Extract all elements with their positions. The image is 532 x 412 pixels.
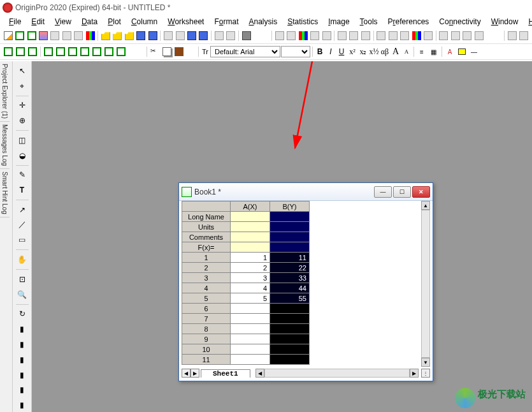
cell-b-8[interactable] <box>270 324 310 334</box>
column-header-b[interactable]: B(Y) <box>270 202 310 212</box>
cell-a-1[interactable]: 1 <box>231 253 270 263</box>
font-size-select[interactable] <box>281 46 310 57</box>
open-template-button[interactable] <box>112 30 123 41</box>
cell-a-4[interactable]: 4 <box>231 283 270 293</box>
menu-tools[interactable]: Tools <box>355 16 383 27</box>
sort-btn-3[interactable] <box>67 46 78 57</box>
new-fn-button[interactable] <box>85 30 96 41</box>
scroll-track[interactable] <box>421 210 430 358</box>
menu-preferences[interactable]: Preferences <box>383 16 435 27</box>
code-button[interactable] <box>399 30 410 41</box>
menu-file[interactable]: File <box>4 16 26 27</box>
save-template-button[interactable] <box>147 30 158 41</box>
draw-tool[interactable]: ✎ <box>15 168 29 182</box>
menu-statistics[interactable]: Statistics <box>282 16 323 27</box>
new-graph-button[interactable] <box>38 30 48 41</box>
row-head-9[interactable]: 9 <box>182 334 231 344</box>
cell-b-4[interactable]: 44 <box>270 283 310 293</box>
vertical-scrollbar[interactable]: ▲ ▼ <box>421 201 430 367</box>
data-reader-tool[interactable]: ⊕ <box>15 114 29 128</box>
cut-button[interactable]: ✂ <box>149 46 161 57</box>
rowcol-btn-3[interactable] <box>27 46 38 57</box>
print-button[interactable] <box>241 30 252 41</box>
sort-btn-5[interactable] <box>91 46 103 57</box>
menu-image[interactable]: Image <box>323 16 354 27</box>
import-wizard-button[interactable] <box>175 30 185 41</box>
minimize-button[interactable]: — <box>374 186 392 198</box>
more-button[interactable] <box>473 30 484 41</box>
text-tool[interactable]: T <box>15 183 29 197</box>
open-excel-button[interactable] <box>124 30 134 41</box>
new-workbook-button[interactable] <box>14 30 25 41</box>
duplicate-button[interactable] <box>286 30 297 41</box>
paste-button[interactable] <box>173 46 185 57</box>
cell-a-11[interactable] <box>231 355 270 365</box>
rotate-tool[interactable]: ↻ <box>15 307 29 321</box>
row-head-4[interactable]: 4 <box>182 283 231 293</box>
workbook-titlebar[interactable]: Book1 * — ☐ ✕ <box>179 183 433 201</box>
misc-tool-3[interactable]: ▮ <box>15 353 29 367</box>
new-color-button[interactable] <box>298 30 308 41</box>
row-head-8[interactable]: 8 <box>182 324 231 334</box>
font-big-button[interactable]: A <box>391 47 401 57</box>
meta-b-1[interactable] <box>270 222 310 232</box>
hscroll-left[interactable]: ◀ <box>255 369 264 378</box>
sheet-options-button[interactable]: ⋮ <box>421 369 430 378</box>
rowcol-btn-1[interactable] <box>3 46 14 57</box>
scroll-up-button[interactable]: ▲ <box>421 201 430 210</box>
rect-tool[interactable]: ▭ <box>15 233 29 247</box>
row-head-11[interactable]: 11 <box>182 355 231 365</box>
rowcol-btn-2[interactable] <box>15 46 26 57</box>
new-notes-button[interactable] <box>73 30 84 41</box>
slide-button[interactable] <box>310 30 320 41</box>
arrow-tool[interactable]: ↗ <box>15 203 29 217</box>
cell-b-2[interactable]: 22 <box>270 263 310 273</box>
horizontal-scrollbar[interactable]: ◀ ▶ <box>255 369 419 378</box>
cell-b-1[interactable]: 11 <box>270 253 310 263</box>
db-button[interactable] <box>422 30 433 41</box>
cell-a-9[interactable] <box>231 334 270 344</box>
underline-button[interactable]: U <box>336 47 347 57</box>
greek-button[interactable]: αβ <box>380 47 390 57</box>
row-head-3[interactable]: 3 <box>182 273 231 283</box>
import-button[interactable] <box>162 30 173 41</box>
misc-tool-1[interactable]: ▮ <box>15 322 29 336</box>
row-head-2[interactable]: 2 <box>182 263 231 273</box>
meta-b-2[interactable] <box>270 232 310 242</box>
reimport-button[interactable] <box>198 30 209 41</box>
sort-desc-button[interactable] <box>55 46 66 57</box>
supersub-button[interactable]: x½ <box>369 47 379 57</box>
mdi-workspace[interactable]: Book1 * — ☐ ✕ A(X)B(Y)Long NameUnitsComm… <box>32 61 532 412</box>
row-head-7[interactable]: 7 <box>182 314 231 324</box>
meta-row-0[interactable]: Long Name <box>182 212 231 222</box>
window-button-2[interactable] <box>349 30 359 41</box>
sheet-tab[interactable]: Sheet1 <box>201 369 250 378</box>
messages-log-tab[interactable]: Messages Log <box>0 122 10 169</box>
menu-connectivity[interactable]: Connectivity <box>434 16 485 27</box>
batch-button[interactable] <box>213 30 224 41</box>
cell-b-7[interactable] <box>270 314 310 324</box>
row-head-6[interactable]: 6 <box>182 304 231 314</box>
cell-b-6[interactable] <box>270 304 310 314</box>
window-button-3[interactable] <box>360 30 371 41</box>
recalc-button[interactable] <box>226 30 236 41</box>
misc-tool-5[interactable]: ▮ <box>15 383 29 397</box>
cell-b-5[interactable]: 55 <box>270 293 310 304</box>
superscript-button[interactable]: x² <box>347 47 357 57</box>
bold-button[interactable]: B <box>315 47 325 57</box>
rescale-tool[interactable]: ⊡ <box>15 272 29 286</box>
menu-analysis[interactable]: Analysis <box>243 16 282 27</box>
smart-hint-log-tab[interactable]: Smart Hint Log <box>0 169 10 217</box>
cell-a-3[interactable]: 3 <box>231 273 270 283</box>
new-project-button[interactable] <box>3 30 13 41</box>
zoom-tool[interactable]: 🔍 <box>15 288 29 302</box>
align-btn-2[interactable]: ▦ <box>428 46 440 57</box>
open-button[interactable] <box>100 30 111 41</box>
refresh-button[interactable] <box>274 30 285 41</box>
column-header-a[interactable]: A(X) <box>231 202 270 212</box>
row-head-10[interactable]: 10 <box>182 344 231 355</box>
scroll-down-button[interactable]: ▼ <box>421 358 430 367</box>
lock-button[interactable] <box>462 30 473 41</box>
cell-a-7[interactable] <box>231 314 270 324</box>
menu-edit[interactable]: Edit <box>26 16 50 27</box>
